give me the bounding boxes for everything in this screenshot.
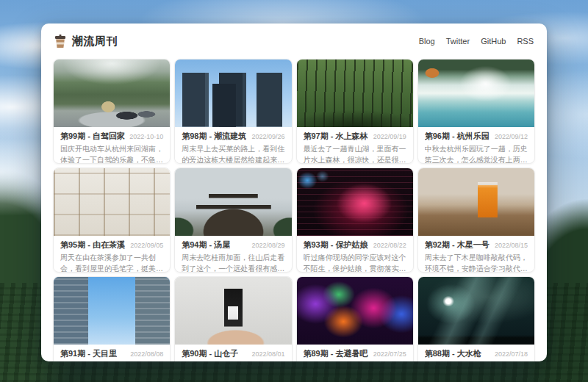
issue-title: 第94期 - 汤屋: [182, 240, 230, 249]
issue-title: 第95期 - 由在茶溪: [60, 240, 125, 249]
issue-card-body: 第94期 - 汤屋 2022/08/29 周末去吃桂雨加面，往山后走看到了这个，…: [175, 236, 291, 273]
issue-card-header: 第88期 - 大水枪 2022/07/18: [425, 349, 528, 358]
issue-date: 2022/09/12: [495, 133, 528, 140]
issue-card-body: 第96期 - 杭州乐园 2022/09/12 中秋去杭州乐园玩了一趟，历史第三次…: [418, 127, 534, 164]
issue-card-body: 第89期 - 去避暑吧 2022/07/25: [297, 345, 413, 361]
issue-thumbnail: [297, 277, 413, 345]
issue-excerpt: 周天在由在茶溪参加了一共创会，看到屋里的毛笔字，挺美的，居然是老板自己写的，牛的…: [60, 252, 163, 273]
issue-date: 2022/08/29: [251, 242, 284, 249]
issue-thumbnail: [54, 168, 170, 236]
site-brand[interactable]: 潮流周刊: [54, 35, 118, 48]
issue-thumbnail: [54, 60, 170, 127]
nav-link-rss[interactable]: RSS: [517, 37, 534, 46]
nav-link-github[interactable]: GitHub: [481, 37, 506, 46]
issue-thumbnail: [175, 60, 291, 127]
issue-card-body: 第90期 - 山仓子 2022/08/01: [175, 345, 291, 361]
issue-card-header: 第95期 - 由在茶溪 2022/09/05: [60, 240, 163, 249]
nav-link-blog[interactable]: Blog: [419, 37, 435, 46]
issue-date: 2022/07/25: [373, 350, 406, 358]
issue-date: 2022/07/18: [495, 350, 528, 358]
issue-card-header: 第91期 - 天目里 2022/08/08: [60, 349, 163, 358]
issue-excerpt: 周末去吃桂雨加面，往山后走看到了这个，一个远处看很有感觉的建筑，查了查叫汤屋。: [182, 252, 284, 273]
issue-card-header: 第97期 - 水上森林 2022/09/19: [304, 131, 406, 140]
issue-card-body: 第97期 - 水上森林 2022/09/19 最近去了一趟青山湖，里面有一片水上…: [297, 127, 413, 164]
issue-excerpt: 中秋去杭州乐园玩了一趟，历史第三次去，怎么感觉没有上两次新鲜了，除去这个水还可以…: [425, 143, 528, 164]
issue-thumbnail: [418, 277, 534, 345]
issue-date: 2022/09/26: [251, 133, 284, 140]
issue-title: 第97期 - 水上森林: [304, 131, 368, 140]
issue-thumbnail: [54, 277, 170, 345]
issue-card-header: 第93期 - 保护姑娘 2022/08/22: [304, 240, 406, 249]
issue-thumbnail: [175, 277, 291, 345]
issue-excerpt: 最近去了一趟青山湖，里面有一片水上森林，很凉快，还是很漂亮的，适合散散步。: [304, 143, 406, 164]
desktop-wallpaper: 潮流周刊 Blog Twitter GitHub RSS 第99期 - 自驾回家…: [0, 0, 588, 382]
issue-thumbnail: [418, 60, 534, 127]
issue-date: 2022/09/19: [373, 133, 406, 140]
issue-card-header: 第96期 - 杭州乐园 2022/09/12: [425, 131, 528, 140]
site-header: 潮流周刊 Blog Twitter GitHub RSS: [41, 24, 547, 59]
issue-card[interactable]: 第92期 - 木星一号 2022/08/15 周末去了下木星咖啡敲敲代码，环境不…: [417, 167, 535, 273]
issue-title: 第99期 - 自驾回家: [60, 131, 125, 140]
issue-date: 2022/08/22: [373, 242, 406, 249]
issue-title: 第88期 - 大水枪: [425, 349, 481, 358]
issue-date: 2022/09/05: [130, 242, 163, 249]
issue-date: 2022/08/01: [251, 350, 284, 358]
issue-card-header: 第92期 - 木星一号 2022/08/15: [425, 240, 528, 249]
issue-card-body: 第95期 - 由在茶溪 2022/09/05 周天在由在茶溪参加了一共创会，看到…: [54, 236, 170, 273]
issue-card-header: 第90期 - 山仓子 2022/08/01: [182, 349, 284, 358]
issue-excerpt: 听过痛仰现场的同学应该对这个不陌生，保护姑娘，贯彻落实，高虎这一群人看着老了，但…: [304, 252, 406, 273]
issue-card[interactable]: 第94期 - 汤屋 2022/08/29 周末去吃桂雨加面，往山后走看到了这个，…: [174, 167, 292, 273]
site-title: 潮流周刊: [72, 35, 118, 48]
issue-title: 第93期 - 保护姑娘: [304, 240, 368, 249]
issue-title: 第91期 - 天目里: [60, 349, 117, 358]
issue-thumbnail: [297, 168, 413, 236]
issue-card-header: 第94期 - 汤屋 2022/08/29: [182, 240, 284, 249]
issue-title: 第92期 - 木星一号: [425, 240, 490, 249]
issue-card-header: 第99期 - 自驾回家 2022-10-10: [60, 131, 163, 140]
issue-card[interactable]: 第91期 - 天目里 2022/08/08: [53, 276, 171, 361]
issue-card-body: 第92期 - 木星一号 2022/08/15 周末去了下木星咖啡敲敲代码，环境不…: [418, 236, 534, 273]
header-nav: Blog Twitter GitHub RSS: [419, 37, 534, 46]
issue-title: 第98期 - 潮流建筑: [182, 131, 246, 140]
issue-card-header: 第98期 - 潮流建筑 2022/09/26: [182, 131, 284, 140]
issue-date: 2022/08/08: [130, 350, 163, 358]
issue-excerpt: 周末去了下木星咖啡敲敲代码，环境不错，安静适合学习敲代码啥的，由于下午 3 点多…: [425, 252, 528, 273]
nav-link-twitter[interactable]: Twitter: [446, 37, 470, 46]
issue-title: 第90期 - 山仓子: [182, 349, 238, 358]
browser-window: 潮流周刊 Blog Twitter GitHub RSS 第99期 - 自驾回家…: [41, 24, 547, 361]
issue-card[interactable]: 第95期 - 由在茶溪 2022/09/05 周天在由在茶溪参加了一共创会，看到…: [53, 167, 171, 273]
coffee-cup-icon: [54, 35, 66, 48]
issue-card-body: 第99期 - 自驾回家 2022-10-10 国庆开电动车从杭州来回湖南，体验了…: [54, 127, 170, 164]
issue-thumbnail: [297, 60, 413, 127]
issue-card-body: 第88期 - 大水枪 2022/07/18: [418, 345, 534, 361]
issue-card-body: 第93期 - 保护姑娘 2022/08/22 听过痛仰现场的同学应该对这个不陌生…: [297, 236, 413, 273]
issue-card[interactable]: 第97期 - 水上森林 2022/09/19 最近去了一趟青山湖，里面有一片水上…: [296, 59, 414, 164]
issue-card[interactable]: 第88期 - 大水枪 2022/07/18: [417, 276, 535, 361]
issue-card[interactable]: 第98期 - 潮流建筑 2022/09/26 周末早上去买菜的路上，看到住的旁边…: [174, 59, 292, 164]
issue-card[interactable]: 第90期 - 山仓子 2022/08/01: [174, 276, 292, 361]
issue-excerpt: 国庆开电动车从杭州来回湖南，体验了一下自驾的乐趣，不急不赶，很幸运累计只堵了..…: [60, 143, 163, 164]
issue-card[interactable]: 第93期 - 保护姑娘 2022/08/22 听过痛仰现场的同学应该对这个不陌生…: [296, 167, 414, 273]
issue-thumbnail: [175, 168, 291, 236]
issue-card[interactable]: 第99期 - 自驾回家 2022-10-10 国庆开电动车从杭州来回湖南，体验了…: [53, 59, 171, 164]
issue-thumbnail: [418, 168, 534, 236]
issue-card[interactable]: 第89期 - 去避暑吧 2022/07/25: [296, 276, 414, 361]
issue-card-body: 第91期 - 天目里 2022/08/08: [54, 345, 170, 361]
issue-grid: 第99期 - 自驾回家 2022-10-10 国庆开电动车从杭州来回湖南，体验了…: [41, 59, 547, 361]
issue-title: 第89期 - 去避暑吧: [304, 349, 368, 358]
issue-date: 2022-10-10: [129, 133, 163, 140]
issue-card-body: 第98期 - 潮流建筑 2022/09/26 周末早上去买菜的路上，看到住的旁边…: [175, 127, 291, 164]
issue-card-header: 第89期 - 去避暑吧 2022/07/25: [304, 349, 406, 358]
issue-title: 第96期 - 杭州乐园: [425, 131, 490, 140]
issue-card[interactable]: 第96期 - 杭州乐园 2022/09/12 中秋去杭州乐园玩了一趟，历史第三次…: [417, 59, 535, 164]
issue-date: 2022/08/15: [495, 242, 528, 249]
issue-excerpt: 周末早上去买菜的路上，看到住的旁边这栋大楼居然给建起来了，在阳光下的无遮镜效果真…: [182, 143, 284, 164]
